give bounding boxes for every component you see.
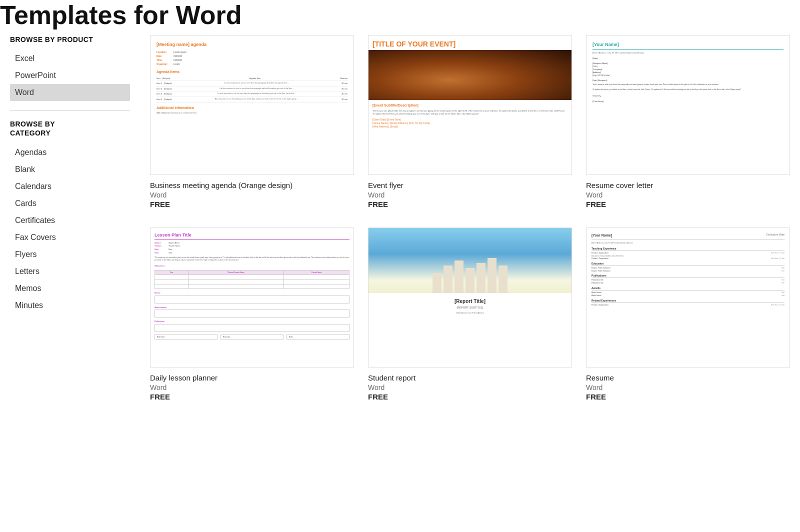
event-desc: The text you see placeholder text we jus… <box>368 110 572 116</box>
template-info-lesson: Daily lesson planner Word FREE <box>150 372 354 402</box>
resume-header: [Your Name] Curriculum Vitae <box>592 233 784 240</box>
template-info-event: Event flyer Word FREE <box>368 180 572 210</box>
template-card-event-flyer[interactable]: [TITLE OF YOUR EVENT] [Event Subtitle/De… <box>368 35 572 210</box>
template-price-coverletter: FREE <box>586 200 790 208</box>
template-thumbnail-agenda: [Meeting name] agenda Location:Lorem ips… <box>150 35 354 175</box>
sidebar-item-word[interactable]: Word <box>10 84 130 101</box>
template-price-agenda: FREE <box>150 200 354 208</box>
lesson-reflection-box <box>154 324 350 332</box>
lesson-notes-label: Notes: <box>154 292 350 294</box>
resume-edu-row-2: Degree, Field, InstitutionYear <box>592 270 784 272</box>
sidebar-item-letters[interactable]: Letters <box>10 263 130 280</box>
sidebar-item-calendars[interactable]: Calendars <box>10 178 130 195</box>
cl-salutation: Dear [Recipient]: <box>592 79 784 82</box>
cl-close: Sincerely,[Your Name] <box>592 94 784 103</box>
agenda-section-title: Agenda Items <box>156 70 348 74</box>
template-grid: [Meeting name] agenda Location:Lorem ips… <box>150 35 790 402</box>
event-footer: [Event Date] [Event Time] [Venue Name], … <box>368 116 572 131</box>
resume-section-related: Related Experiences <box>592 299 784 303</box>
resume-edu-row-1: Degree, Field, InstitutionYear <box>592 267 784 270</box>
sidebar-item-powerpoint[interactable]: PowerPoint <box>10 67 130 84</box>
resume-award-row-1: Award nameYear <box>592 292 784 294</box>
sidebar-divider <box>10 110 130 110</box>
lesson-desc: The sentence you see below (and not on t… <box>154 256 350 262</box>
template-name-lesson: Daily lesson planner <box>150 374 354 382</box>
sidebar-item-blank[interactable]: Blank <box>10 161 130 178</box>
template-thumbnail-lesson: Lesson Plan Title Subject:Subject Name T… <box>150 228 354 368</box>
lesson-preview: Lesson Plan Title Subject:Subject Name T… <box>150 228 354 367</box>
agenda-preview: [Meeting name] agenda Location:Lorem ips… <box>150 36 354 174</box>
resume-award-row-2: Award nameYear <box>592 294 784 297</box>
layout: BROWSE BY PRODUCT Excel PowerPoint Word … <box>0 30 800 427</box>
lesson-assessment-label: Assessment: <box>154 306 350 309</box>
template-product-agenda: Word <box>150 191 354 199</box>
report-columns <box>389 253 552 293</box>
template-info-report: Student report Word FREE <box>368 372 572 402</box>
event-preview: [TITLE OF YOUR EVENT] [Event Subtitle/De… <box>368 36 572 174</box>
page-header: Templates for Word <box>0 0 800 30</box>
sidebar-item-fax-covers[interactable]: Fax Covers <box>10 229 130 246</box>
resume-pub-row-2: Publication titleYear <box>592 282 784 284</box>
template-name-report: Student report <box>368 374 572 382</box>
template-card-business-meeting-agenda[interactable]: [Meeting name] agenda Location:Lorem ips… <box>150 35 354 210</box>
template-thumbnail-report: [Report Title] [REPORT SUBTITLE] [Name] … <box>368 228 572 368</box>
sidebar-item-minutes[interactable]: Minutes <box>10 297 130 314</box>
sidebar-item-excel[interactable]: Excel <box>10 50 130 67</box>
template-name-agenda: Business meeting agenda (Orange design) <box>150 181 354 190</box>
resume-related-row-1: Position, OrganizationFrom Year – To Yea… <box>592 304 784 306</box>
sidebar-item-memos[interactable]: Memos <box>10 280 130 297</box>
lesson-notes-box <box>154 296 350 304</box>
template-card-resume-cover-letter[interactable]: [Your Name] [Street Address, City, ST ZI… <box>586 35 790 210</box>
resume-exp-row-3: Position, OrganizationFrom Year – To Yea… <box>592 258 784 260</box>
template-name-coverletter: Resume cover letter <box>586 181 790 190</box>
template-product-coverletter: Word <box>586 191 790 199</box>
sidebar: BROWSE BY PRODUCT Excel PowerPoint Word … <box>0 30 140 407</box>
lesson-objectives-label: Objectives: <box>154 264 350 268</box>
main-content: [Meeting name] agenda Location:Lorem ips… <box>140 30 800 407</box>
template-info-agenda: Business meeting agenda (Orange design) … <box>150 180 354 210</box>
cl-date: [Date] <box>592 57 784 60</box>
cl-recipient: [Recipient Name][Title][Company][Address… <box>592 62 784 77</box>
agenda-footer-text: Add additional instructions or comments … <box>156 112 348 114</box>
sidebar-item-cards[interactable]: Cards <box>10 195 130 212</box>
event-image <box>368 50 572 100</box>
report-preview: [Report Title] [REPORT SUBTITLE] [Name] … <box>368 228 572 367</box>
lesson-reflection-label: Reflection: <box>154 320 350 323</box>
resume-pub-row-1: Publication titleYear <box>592 279 784 282</box>
cl-body1: You're ready to write, just select this … <box>592 84 784 86</box>
template-card-daily-lesson-planner[interactable]: Lesson Plan Title Subject:Subject Name T… <box>150 228 354 402</box>
coverletter-preview: [Your Name] [Street Address, City, ST ZI… <box>586 36 790 174</box>
page-title: Templates for Word <box>0 0 800 30</box>
resume-section-publications: Publications <box>592 274 784 278</box>
template-product-event: Word <box>368 191 572 199</box>
template-card-student-report[interactable]: [Report Title] [REPORT SUBTITLE] [Name] … <box>368 228 572 402</box>
lesson-assessment-box <box>154 310 350 318</box>
resume-section-awards: Awards <box>592 286 784 290</box>
template-name-resume: Resume <box>586 374 790 382</box>
template-info-resume: Resume Word FREE <box>586 372 790 402</box>
sidebar-item-certificates[interactable]: Certificates <box>10 212 130 229</box>
template-thumbnail-event: [TITLE OF YOUR EVENT] [Event Subtitle/De… <box>368 35 572 175</box>
event-title: [TITLE OF YOUR EVENT] <box>368 36 572 50</box>
report-footer: [Name] | [Course Title] | [Date] <box>368 310 572 316</box>
template-price-lesson: FREE <box>150 392 354 401</box>
resume-preview: [Your Name] Curriculum Vitae [Street Add… <box>586 228 790 367</box>
cl-name: [Your Name] <box>592 42 784 50</box>
sidebar-item-agendas[interactable]: Agendas <box>10 144 130 161</box>
sidebar-item-flyers[interactable]: Flyers <box>10 246 130 263</box>
template-product-report: Word <box>368 384 572 392</box>
browse-by-product-heading: BROWSE BY PRODUCT <box>10 35 130 44</box>
resume-exp-row-2: Description of responsibilities and achi… <box>592 255 784 257</box>
agenda-footer-title: Additional information <box>156 106 348 110</box>
resume-exp-row-1: Position, OrganizationFrom Year – To Yea… <box>592 252 784 254</box>
resume-address: [Street Address, City, ST ZIP Code] | [E… <box>592 242 784 244</box>
template-product-resume: Word <box>586 384 790 392</box>
cl-addr: [Street Address, City, ST ZIP Code] | [T… <box>592 52 784 54</box>
template-product-lesson: Word <box>150 384 354 392</box>
template-name-event: Event flyer <box>368 181 572 190</box>
resume-section-education: Education <box>592 262 784 266</box>
cl-body2: To replace this photo, just delete it an… <box>592 88 784 92</box>
template-thumbnail-coverletter: [Your Name] [Street Address, City, ST ZI… <box>586 35 790 175</box>
template-card-resume[interactable]: [Your Name] Curriculum Vitae [Street Add… <box>586 228 790 402</box>
report-image <box>368 228 572 293</box>
